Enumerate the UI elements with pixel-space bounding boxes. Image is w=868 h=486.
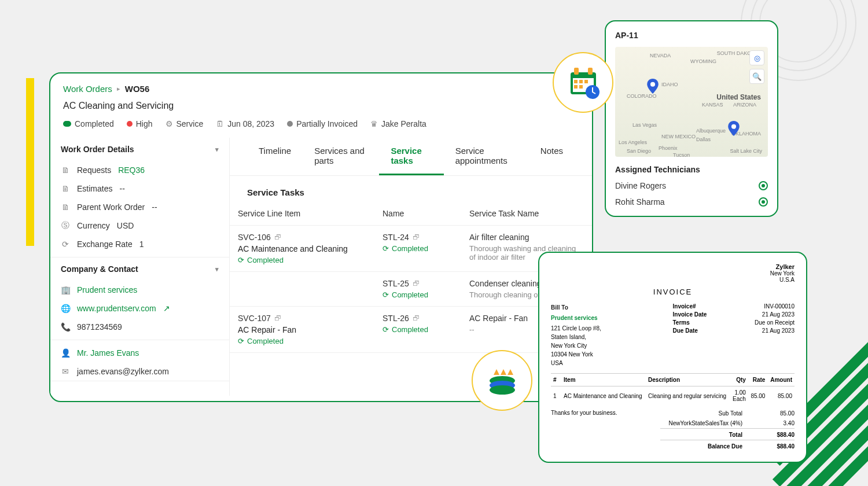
svg-point-1 [731, 124, 736, 129]
check-icon: ⟳ [238, 337, 244, 345]
check-icon: ⟳ [382, 244, 389, 253]
appointment-card: AP-11 United States NEVADA WYOMING SOUTH… [605, 20, 778, 217]
website-link[interactable]: www.prudentserv.com [77, 304, 156, 313]
technician-row[interactable]: Rohit Sharma [615, 197, 768, 207]
globe-icon: 🌐 [61, 304, 70, 313]
tab-appointments[interactable]: Service appointments [444, 138, 529, 175]
technicians-heading: Assigned Technicians [615, 165, 768, 174]
open-icon[interactable]: 🗗 [274, 314, 281, 322]
company-website-row[interactable]: 🌐 www.prudentserv.com ↗ [50, 299, 229, 318]
currency-icon: Ⓢ [61, 221, 70, 230]
svc-code: SVC-107 [238, 314, 271, 323]
invoice-dot-icon [287, 121, 293, 127]
tab-notes[interactable]: Notes [529, 138, 575, 175]
map-pin-icon [728, 121, 740, 136]
invoice-card: Zylker New York U.S.A INVOICE Bill To Pr… [538, 252, 807, 463]
contact-name-row[interactable]: 👤 Mr. James Evans [50, 340, 229, 362]
svg-rect-4 [574, 68, 579, 75]
check-icon: ⟳ [238, 256, 244, 264]
appointment-id: AP-11 [615, 31, 768, 40]
location-icon[interactable] [759, 197, 768, 207]
tab-service-tasks[interactable]: Service tasks [379, 138, 443, 175]
contact-link[interactable]: Mr. James Evans [77, 348, 139, 358]
calendar-schedule-icon [553, 52, 613, 113]
wo-invoice-status: Partially Invoiced [296, 119, 358, 128]
money-stack-icon [472, 350, 532, 411]
check-icon: ⟳ [382, 325, 389, 334]
technician-name: Divine Rogers [615, 181, 666, 190]
chevron-down-icon: ▾ [215, 266, 219, 273]
check-icon: ⟳ [382, 290, 389, 299]
invoice-table: # Item Description Qty Rate Amount 1 AC … [551, 373, 795, 405]
crown-icon: ♛ [370, 119, 378, 128]
exchange-icon: ⟳ [61, 240, 70, 249]
open-icon[interactable]: 🗗 [274, 233, 281, 241]
map[interactable]: United States NEVADA WYOMING SOUTH DAKOT… [615, 47, 768, 157]
breadcrumb-parent[interactable]: Work Orders [63, 84, 112, 94]
section-company-contact[interactable]: Company & Contact ▾ [50, 257, 229, 281]
svc-code: SVC-106 [238, 233, 271, 242]
invoice-customer[interactable]: Prudent services [551, 314, 660, 322]
mail-icon: ✉ [61, 367, 70, 376]
open-icon[interactable]: 🗗 [413, 233, 420, 241]
svg-rect-7 [579, 80, 583, 83]
svg-rect-8 [584, 80, 588, 83]
technician-row[interactable]: Divine Rogers [615, 181, 768, 190]
open-icon[interactable]: 🗗 [413, 314, 420, 322]
col-name: Name [374, 202, 461, 225]
document-icon: 🗎 [61, 184, 70, 193]
wo-priority: High [136, 119, 153, 128]
service-tasks-heading: Service Tasks [230, 176, 592, 202]
detail-currency: Ⓢ Currency USD [50, 216, 229, 235]
user-icon: 👤 [61, 348, 70, 358]
chevron-down-icon: ▾ [215, 146, 219, 153]
section-label: Company & Contact [61, 264, 138, 274]
svc-name: AC Repair - Fan [238, 325, 366, 334]
map-locate-button[interactable]: ◎ [749, 50, 764, 65]
phone-icon: 📞 [61, 322, 70, 332]
priority-dot-icon [127, 121, 133, 127]
calendar-icon: 🗓 [216, 119, 224, 128]
breadcrumb-current: WO56 [125, 84, 150, 94]
building-icon: 🏢 [61, 285, 70, 294]
gear-icon: ⚙ [165, 119, 173, 128]
invoice-country: U.S.A [779, 277, 795, 283]
detail-requests[interactable]: 🗎 Requests REQ36 [50, 161, 229, 179]
wo-date: Jun 08, 2023 [227, 119, 274, 128]
bg-accent-yellow [26, 78, 34, 246]
invoice-title: INVOICE [551, 288, 795, 296]
stl-code: STL-26 [382, 314, 409, 323]
technician-name: Rohit Sharma [615, 197, 665, 207]
svg-rect-6 [574, 80, 578, 83]
contact-email-row[interactable]: ✉ james.evans@zylker.com [50, 362, 229, 381]
status-dot-icon [63, 121, 71, 127]
detail-exchange-rate: ⟳ Exchange Rate 1 [50, 235, 229, 257]
open-icon[interactable]: 🗗 [413, 279, 420, 288]
document-icon: 🗎 [61, 165, 70, 175]
wo-type: Service [176, 119, 204, 128]
section-label: Work Order Details [61, 145, 134, 154]
work-order-title: AC Cleaning and Servicing [63, 101, 579, 111]
col-task-name: Service Task Name [461, 202, 592, 225]
requests-link[interactable]: REQ36 [118, 165, 145, 175]
detail-estimates[interactable]: 🗎 Estimates -- [50, 179, 229, 198]
document-icon: 🗎 [61, 203, 70, 212]
company-phone-row[interactable]: 📞 9871234569 [50, 318, 229, 336]
chevron-right-icon: ▸ [117, 85, 120, 93]
stl-code: STL-25 [382, 279, 409, 288]
company-name-row[interactable]: 🏢 Prudent services [50, 281, 229, 299]
map-zoom-button[interactable]: 🔍 [749, 69, 764, 84]
bill-to-label: Bill To [551, 303, 660, 312]
company-link[interactable]: Prudent services [77, 285, 137, 294]
tab-timeline[interactable]: Timeline [247, 138, 303, 175]
col-service-line: Service Line Item [230, 202, 374, 225]
section-work-order-details[interactable]: Work Order Details ▾ [50, 138, 229, 161]
tabs: Timeline Services and parts Service task… [230, 138, 592, 176]
tab-services-parts[interactable]: Services and parts [303, 138, 379, 175]
svg-rect-10 [579, 85, 583, 89]
detail-parent-wo[interactable]: 🗎 Parent Work Order -- [50, 198, 229, 216]
invoice-line: 1 AC Maintenance and Cleaning Cleaning a… [551, 386, 795, 406]
location-icon[interactable] [759, 181, 768, 190]
work-order-meta: Completed High ⚙Service 🗓Jun 08, 2023 Pa… [63, 119, 579, 138]
external-link-icon: ↗ [163, 304, 170, 313]
